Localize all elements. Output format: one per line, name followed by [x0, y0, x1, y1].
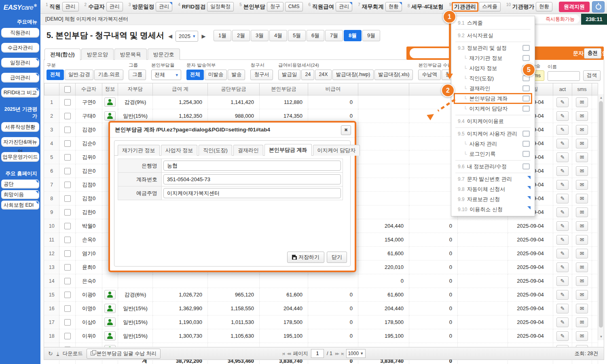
filter-button[interactable]: 발급대장(.hwp) — [332, 70, 374, 80]
tab-전체(합산)[interactable]: 전체(합산) — [44, 49, 80, 60]
download-label[interactable]: 다운로드 — [63, 350, 83, 357]
modal-close-text-button[interactable]: 닫기 — [327, 252, 347, 263]
menu-sub-button[interactable]: 관리 — [336, 2, 352, 11]
first-page-icon[interactable]: |◀ — [282, 352, 284, 356]
edit-button[interactable]: ✎ — [556, 207, 569, 217]
row-checkbox[interactable] — [64, 195, 71, 202]
menu-item-재가기관 정보[interactable]: └재가기관 정보 — [451, 53, 535, 63]
계좌번호-input[interactable] — [163, 174, 341, 184]
sms-button[interactable]: ✉ — [576, 207, 588, 217]
next-year-icon[interactable]: ▶ — [201, 33, 205, 39]
sidebar-item[interactable]: 사회보험 EDI — [1, 201, 39, 210]
menu-item-문자 발신번호 관리[interactable]: 9.7문자 발신번호 관리 — [451, 174, 535, 184]
sms-button[interactable]: ✉ — [576, 317, 588, 327]
row-checkbox[interactable] — [64, 264, 71, 271]
logout-power-button[interactable] — [592, 1, 605, 13]
sms-button[interactable]: ✉ — [576, 290, 588, 300]
sms-button[interactable]: ✉ — [576, 111, 588, 121]
sidebar-item[interactable]: 업무운영가이드 — [1, 152, 39, 162]
sms-button[interactable]: ✉ — [576, 331, 588, 341]
select-all-checkbox[interactable] — [64, 86, 71, 93]
edit-button[interactable]: ✎ — [556, 276, 569, 286]
edit-button[interactable]: ✎ — [556, 97, 569, 107]
modal-tab-사업자 정보[interactable]: 사업자 정보 — [161, 145, 198, 156]
sidebar-item[interactable]: 희망이음 — [1, 190, 39, 199]
month-button[interactable]: 2월 — [232, 30, 250, 41]
filter-button[interactable]: 발급대장(.xls) — [374, 70, 413, 80]
sms-button[interactable]: ✉ — [576, 221, 588, 231]
top-menu-3[interactable]: 3방문일정관리 — [126, 2, 176, 11]
sidebar-item[interactable]: 자가진단&매뉴얼 — [1, 137, 39, 147]
menu-sub-button[interactable]: 관리 — [156, 2, 172, 11]
menu-sub-button[interactable]: 관리 — [62, 2, 79, 11]
row-checkbox[interactable] — [64, 305, 71, 312]
menu-item-서식자료실[interactable]: 9.2서식자료실 — [451, 30, 535, 40]
sms-button[interactable]: ✉ — [576, 262, 588, 272]
sidebar-item[interactable]: 급여관리 — [1, 73, 39, 83]
row-checkbox[interactable] — [64, 250, 71, 257]
row-checkbox[interactable] — [64, 223, 71, 229]
row-checkbox[interactable] — [64, 182, 71, 188]
month-button[interactable]: 5월 — [288, 30, 306, 41]
sidebar-item[interactable]: 서류작성현황 — [1, 122, 39, 132]
person-info-icon[interactable] — [104, 304, 116, 313]
sms-button[interactable]: ✉ — [576, 249, 588, 258]
person-info-icon[interactable] — [104, 331, 116, 341]
menu-item-이지케어 담당자[interactable]: └이지케어 담당자 — [451, 104, 535, 114]
last-page-icon[interactable]: ▶| — [341, 352, 343, 356]
month-button[interactable]: 4월 — [269, 30, 287, 41]
menu-sub-button[interactable]: 현황 — [385, 2, 402, 11]
modal-tab-직인(도장)[interactable]: 직인(도장) — [199, 145, 232, 156]
row-checkbox[interactable] — [64, 237, 71, 243]
scroll-up-icon[interactable]: ▲ — [598, 95, 604, 101]
filter-button[interactable]: 발급일 — [278, 70, 301, 80]
edit-button[interactable]: ✎ — [556, 290, 569, 300]
top-menu-2[interactable]: 2수급자관리 — [82, 2, 126, 11]
sms-button[interactable]: ✉ — [576, 180, 588, 190]
top-menu-6[interactable]: 6직원급여관리 — [306, 2, 355, 11]
group-button[interactable]: 그룹 — [129, 70, 146, 80]
month-button[interactable]: 3월 — [251, 30, 269, 41]
filter-button[interactable]: 전체 — [186, 70, 204, 80]
edit-button[interactable]: ✎ — [556, 221, 569, 231]
row-checkbox[interactable] — [64, 333, 71, 339]
month-button[interactable]: 8월 — [344, 30, 362, 41]
remote-support-button[interactable]: 원격지원 — [559, 2, 590, 12]
filter-button[interactable]: 기초.의료 — [94, 70, 123, 80]
row-checkbox[interactable] — [64, 278, 71, 284]
sms-button[interactable]: ✉ — [576, 304, 588, 313]
prev-page-icon[interactable]: ◀◀ — [287, 352, 290, 356]
menu-item-정보관리 및 설정[interactable]: 9.3정보관리 및 설정 — [451, 43, 535, 53]
sms-button[interactable]: ✉ — [576, 152, 588, 162]
은행명-input[interactable] — [163, 161, 341, 171]
sidebar-item[interactable]: 수급자관리 — [1, 43, 39, 53]
edit-button[interactable]: ✎ — [556, 235, 569, 245]
edit-button[interactable]: ✎ — [556, 304, 569, 313]
row-checkbox[interactable] — [64, 292, 71, 298]
search-button[interactable]: 검색 — [583, 70, 601, 81]
sms-button[interactable]: ✉ — [576, 194, 588, 203]
menu-sub-button[interactable]: 현황 — [536, 2, 552, 11]
tab-방문요양[interactable]: 방문요양 — [81, 49, 114, 60]
row-checkbox[interactable] — [64, 319, 71, 326]
scrollbar-thumb[interactable] — [599, 101, 603, 328]
filter-button[interactable]: 전체 — [47, 70, 64, 80]
menu-item-직인(도장)[interactable]: └직인(도장) — [451, 73, 535, 83]
top-menu-1[interactable]: 1직원관리 — [43, 2, 82, 11]
refresh-icon[interactable]: ↻ — [48, 350, 53, 357]
bulk-receive-button[interactable]: 본인부담금 일괄 수납 처리 — [87, 349, 161, 359]
month-button[interactable]: 7월 — [325, 30, 343, 41]
menu-item-사용자 관리[interactable]: └사용자 관리 — [451, 139, 535, 149]
sidebar-item[interactable]: 공단 — [1, 180, 39, 188]
next-page-icon[interactable]: ▶▶ — [335, 352, 338, 356]
edit-button[interactable]: ✎ — [556, 166, 569, 176]
top-menu-9[interactable]: 9기관관리스케줄 — [446, 2, 503, 12]
download-icon[interactable]: ↓ — [57, 351, 59, 356]
modal-tab-결재라인[interactable]: 결재라인 — [233, 145, 263, 156]
edit-button[interactable]: ✎ — [556, 152, 569, 162]
modal-close-button[interactable]: ✖ — [341, 125, 351, 135]
top-menu-7[interactable]: 7재무회계현황 — [355, 2, 405, 11]
page-input[interactable] — [311, 349, 324, 358]
menu-item-로그인기록[interactable]: └로그인기록 — [451, 149, 535, 159]
menu-item-이지케어이용료[interactable]: 9.4이지케어이용료 — [451, 116, 535, 126]
